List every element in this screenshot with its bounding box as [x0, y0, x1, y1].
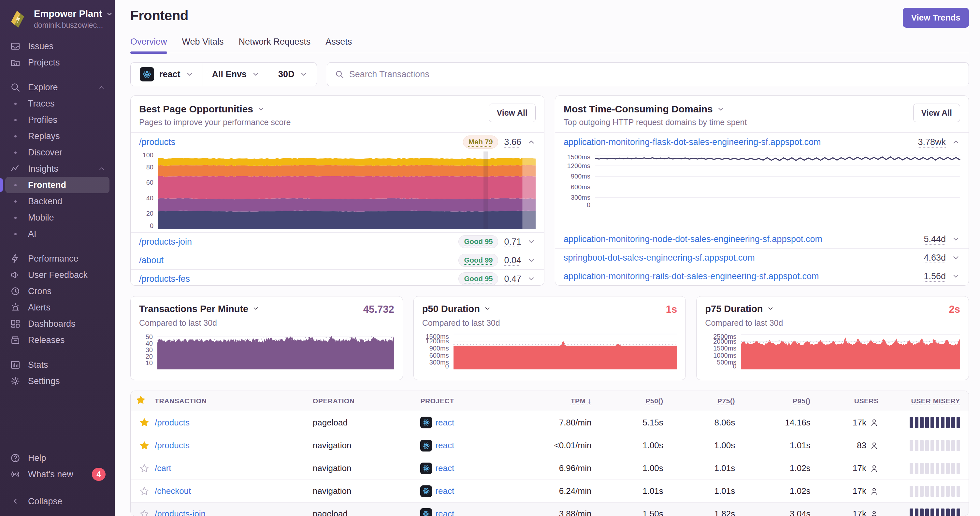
star-toggle[interactable] [130, 486, 155, 496]
page-link[interactable]: /products-join [139, 237, 453, 247]
sidebar-item-traces[interactable]: Traces [5, 95, 110, 112]
sidebar-item-backend[interactable]: Backend [5, 193, 110, 210]
column-header-p50-[interactable]: P50() [600, 397, 671, 405]
chevron-up-icon[interactable] [951, 138, 960, 146]
value[interactable]: 4.63d [924, 253, 946, 263]
users-cell: 17k [819, 509, 887, 516]
sidebar-item-crons[interactable]: Crons [5, 283, 110, 299]
transaction-link[interactable]: /cart [155, 463, 171, 473]
score-badge[interactable]: Good 99 [458, 254, 498, 267]
column-header-p75-[interactable]: P75() [672, 397, 743, 405]
sidebar-item-mobile[interactable]: Mobile [5, 210, 110, 226]
column-header-tpm[interactable]: TPM↓ [517, 397, 600, 405]
search-box [327, 62, 969, 86]
sidebar-item-projects[interactable]: Projects [5, 54, 110, 71]
project-cell: react [420, 463, 517, 474]
project-filter[interactable]: react [130, 62, 203, 86]
sidebar-item-replays[interactable]: Replays [5, 128, 110, 144]
project-link[interactable]: react [435, 486, 454, 496]
tab-overview[interactable]: Overview [130, 37, 167, 53]
chevron-down-icon[interactable] [951, 254, 960, 262]
tab-assets[interactable]: Assets [326, 37, 352, 53]
view-trends-button[interactable]: View Trends [903, 8, 969, 28]
domain-link[interactable]: springboot-dot-sales-engineering-sf.apps… [564, 253, 918, 263]
sidebar-item-insights[interactable]: Insights [5, 160, 110, 177]
best-pages-title[interactable]: Best Page Opportunities [139, 103, 291, 115]
domain-link[interactable]: application-monitoring-node-dot-sales-en… [564, 234, 918, 245]
opportunity-value[interactable]: 3.66 [504, 137, 521, 147]
value[interactable]: 0.04 [504, 256, 521, 265]
transaction-link[interactable]: /products [155, 418, 189, 428]
project-link[interactable]: react [435, 440, 454, 451]
column-header-user-misery[interactable]: USER MISERY [887, 397, 969, 405]
sidebar-item-dashboards[interactable]: Dashboards [5, 316, 110, 332]
search-input[interactable] [349, 69, 961, 79]
transaction-link[interactable]: /products [155, 440, 189, 451]
star-toggle[interactable] [130, 464, 155, 473]
sidebar-item-user-feedback[interactable]: User Feedback [5, 267, 110, 283]
org-switcher[interactable]: Empower Plant dominik.buszowiec... [0, 0, 115, 36]
user-icon [870, 441, 879, 450]
chevron-down-icon[interactable] [527, 256, 536, 265]
transaction-link[interactable]: /checkout [155, 486, 191, 496]
column-header-p95-[interactable]: P95() [743, 397, 819, 405]
value[interactable]: 0.47 [504, 274, 521, 284]
sidebar-item-settings[interactable]: Settings [5, 373, 110, 389]
domains-title[interactable]: Most Time-Consuming Domains [564, 103, 747, 115]
sidebar-item-discover[interactable]: Discover [5, 144, 110, 160]
sidebar-item-stats[interactable]: Stats [5, 357, 110, 373]
sidebar-item-profiles[interactable]: Profiles [5, 112, 110, 128]
sidebar-item-ai[interactable]: AI [5, 226, 110, 242]
domains-view-all-button[interactable]: View All [913, 103, 960, 122]
date-range-filter[interactable]: 30D [269, 62, 317, 86]
best-pages-view-all-button[interactable]: View All [489, 103, 536, 122]
sidebar-item-help[interactable]: Help [5, 450, 110, 466]
org-name: Empower Plant [34, 8, 113, 19]
sidebar-item-explore[interactable]: Explore [5, 79, 110, 95]
chevron-down-icon[interactable] [527, 275, 536, 283]
chevron-down-icon[interactable] [951, 272, 960, 281]
project-link[interactable]: react [435, 463, 454, 473]
column-header-operation[interactable]: OPERATION [313, 397, 421, 405]
chevron-up-icon[interactable] [527, 138, 536, 146]
star-toggle[interactable] [130, 418, 155, 427]
misery-score-bars [910, 486, 960, 497]
value[interactable]: 5.44d [924, 234, 946, 245]
page-link[interactable]: /about [139, 256, 453, 265]
transaction-link[interactable]: /products-join [155, 509, 205, 516]
column-header-project[interactable]: PROJECT [420, 397, 517, 405]
star-toggle[interactable] [130, 509, 155, 516]
sidebar-item-whats-new[interactable]: What's new4 [5, 466, 110, 483]
sidebar-item-frontend[interactable]: Frontend [5, 177, 110, 193]
score-badge[interactable]: Good 95 [458, 272, 498, 285]
value[interactable]: 1.56d [924, 271, 946, 281]
sidebar-item-issues[interactable]: Issues [5, 38, 110, 54]
metric-title[interactable]: p75 Duration [705, 303, 774, 314]
chevron-down-icon[interactable] [527, 238, 536, 246]
score-badge[interactable]: Meh 79 [463, 135, 498, 149]
score-badge[interactable]: Good 95 [458, 235, 498, 248]
project-link[interactable]: react [435, 509, 454, 516]
sidebar-item-performance[interactable]: Performance [5, 251, 110, 267]
page-link[interactable]: /products [139, 137, 457, 147]
environment-filter[interactable]: All Envs [203, 62, 269, 86]
collapse-button[interactable]: Collapse [5, 493, 110, 510]
metric-title[interactable]: Transactions Per Minute [139, 303, 259, 314]
metric-title[interactable]: p50 Duration [422, 303, 491, 314]
domain-link[interactable]: application-monitoring-flask-dot-sales-e… [564, 137, 912, 147]
dashboards-icon [9, 319, 22, 329]
star-toggle[interactable] [130, 441, 155, 451]
page-link[interactable]: /products-fes [139, 274, 453, 284]
column-header-transaction[interactable]: TRANSACTION [155, 397, 313, 405]
sidebar-item-releases[interactable]: Releases [5, 332, 110, 348]
project-link[interactable]: react [435, 418, 454, 428]
value[interactable]: 0.71 [504, 237, 521, 247]
transaction-cell: /products [155, 440, 313, 451]
tab-web-vitals[interactable]: Web Vitals [182, 37, 224, 53]
column-header-users[interactable]: USERS [819, 397, 887, 405]
sidebar-item-alerts[interactable]: Alerts [5, 299, 110, 316]
domain-link[interactable]: application-monitoring-rails-dot-sales-e… [564, 271, 918, 281]
tab-network-requests[interactable]: Network Requests [239, 37, 311, 53]
domain-time-value[interactable]: 3.78wk [918, 137, 946, 147]
chevron-down-icon[interactable] [951, 235, 960, 243]
